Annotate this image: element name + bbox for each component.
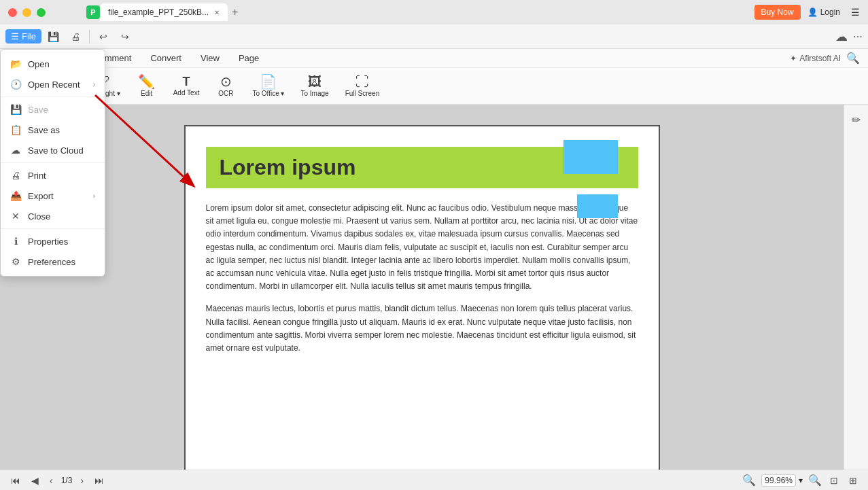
ai-icon: ✦ (790, 54, 797, 63)
ribbon: Home Edit Comment Convert View Page ✦ Af… (0, 49, 868, 105)
open-label: Open (28, 59, 50, 69)
preferences-label: Preferences (28, 257, 75, 267)
hamburger-menu-icon[interactable]: ☰ (851, 7, 860, 18)
save-as-label: Save as (28, 125, 60, 135)
add-text-tool[interactable]: T Add Text (167, 73, 207, 99)
new-tab-button[interactable]: + (232, 6, 238, 18)
full-screen-icon: ⛶ (355, 75, 369, 88)
buy-now-button[interactable]: Buy Now (754, 5, 801, 20)
save-to-cloud-icon: ☁ (10, 145, 21, 156)
to-image-label: To Image (301, 90, 329, 97)
user-icon: 👤 (808, 7, 818, 17)
ocr-icon: ⊙ (220, 75, 232, 88)
file-menu-button[interactable]: ☰ File (5, 29, 41, 43)
to-office-label: To Office ▾ (252, 90, 284, 97)
edit-icon: ✏️ (138, 75, 155, 88)
zoom-dropdown-icon[interactable]: ▾ (799, 476, 803, 485)
next-arrow-button[interactable]: › (77, 474, 86, 487)
save-to-cloud-label: Save to Cloud (28, 145, 84, 156)
open-icon: 📂 (10, 58, 21, 69)
undo-button[interactable]: ↩ (94, 27, 113, 46)
login-button[interactable]: 👤 Login (808, 7, 840, 17)
menu-item-open-recent[interactable]: 🕐 Open Recent › (1, 74, 105, 94)
zoom-in-button[interactable]: 🔍 (808, 474, 822, 487)
to-office-icon: 📄 (260, 75, 277, 88)
statusbar-right: 🔍 99.96% ▾ 🔍 ⊡ ⊞ (742, 474, 860, 487)
zoom-level[interactable]: 99.96% (761, 474, 796, 487)
document-body: Lorem ipsum dolor sit amet, consectetur … (206, 202, 638, 355)
panel-edit-icon[interactable]: ✏ (847, 110, 866, 129)
tab-close-button[interactable]: ✕ (214, 9, 220, 16)
ocr-label: OCR (218, 90, 233, 97)
properties-label: Properties (28, 237, 68, 247)
menu-item-save-to-cloud[interactable]: ☁ Save to Cloud (1, 140, 105, 160)
ocr-tool[interactable]: ⊙ OCR (209, 72, 243, 100)
first-page-button[interactable]: ⏮ (8, 474, 23, 487)
ai-button[interactable]: ✦ Afirstsoft AI (790, 54, 841, 63)
tab-bar: P file_example_PPT_250kB... ✕ + (86, 0, 238, 24)
export-icon: 📤 (10, 190, 21, 201)
menu-item-properties[interactable]: ℹ Properties (1, 231, 105, 251)
blue-rect-bottom (577, 194, 618, 218)
menu-item-preferences[interactable]: ⚙ Preferences (1, 251, 105, 272)
toolbar: ☰ File 💾 🖨 ↩ ↪ ☁ ⋯ (0, 24, 868, 49)
menu-separator-2 (1, 162, 105, 163)
titlebar-right: Buy Now 👤 Login ☰ (754, 5, 860, 20)
search-button[interactable]: 🔍 (846, 52, 860, 65)
edit-tool[interactable]: ✏️ Edit (130, 72, 164, 100)
close-icon: ✕ (10, 211, 21, 222)
export-label: Export (28, 191, 54, 201)
tab-page[interactable]: Page (230, 52, 267, 65)
prev-page-button[interactable]: ◀ (29, 474, 41, 487)
redo-button[interactable]: ↪ (116, 27, 135, 46)
document-area[interactable]: Lorem ipsum Lorem ipsum dolor sit amet, … (0, 105, 844, 470)
fit-width-button[interactable]: ⊞ (846, 474, 860, 487)
menu-item-print[interactable]: 🖨 Print (1, 165, 105, 186)
full-screen-label: Full Screen (345, 90, 380, 97)
ribbon-right: ✦ Afirstsoft AI 🔍 (790, 52, 860, 65)
document-tab[interactable]: file_example_PPT_250kB... ✕ (100, 3, 228, 21)
tab-convert[interactable]: Convert (142, 52, 190, 65)
ribbon-tab-bar: Home Edit Comment Convert View Page ✦ Af… (0, 49, 868, 68)
open-recent-label: Open Recent (28, 80, 80, 90)
zoom-out-button[interactable]: 🔍 (742, 474, 756, 487)
cloud-save-button[interactable]: ☁ (835, 29, 848, 44)
page-info: 1/3 (61, 476, 73, 485)
save-button[interactable]: 💾 (44, 27, 63, 46)
full-screen-tool[interactable]: ⛶ Full Screen (338, 72, 387, 100)
menu-item-save-as[interactable]: 📋 Save as (1, 120, 105, 140)
right-panel: ✏ (844, 105, 868, 470)
menu-item-close[interactable]: ✕ Close (1, 206, 105, 226)
print-button[interactable]: 🖨 (66, 27, 85, 46)
blue-rect-top (563, 140, 618, 174)
file-menu-label: File (22, 31, 36, 41)
close-window-button[interactable] (8, 8, 17, 17)
document-title: Lorem ipsum (220, 155, 356, 179)
maximize-window-button[interactable] (37, 8, 46, 17)
toolbar-right: ☁ ⋯ (835, 29, 863, 44)
document-page: Lorem ipsum Lorem ipsum dolor sit amet, … (184, 125, 660, 470)
menu-item-open[interactable]: 📂 Open (1, 54, 105, 74)
zoom-controls: 99.96% ▾ (761, 474, 803, 487)
ribbon-actions: ✋ Hand ↖ Select 🖊 Highlight ▾ ✏️ Edit T … (0, 68, 868, 104)
close-label: Close (28, 211, 50, 222)
export-arrow: › (93, 192, 95, 200)
save-icon: 💾 (10, 104, 21, 115)
last-page-button[interactable]: ⏭ (92, 474, 107, 487)
tab-view[interactable]: View (192, 52, 228, 65)
print-icon: 🖨 (10, 170, 21, 181)
ai-label: Afirstsoft AI (799, 54, 841, 63)
prev-arrow-button[interactable]: ‹ (47, 474, 56, 487)
hamburger-icon: ☰ (11, 31, 19, 41)
to-image-tool[interactable]: 🖼 To Image (294, 72, 336, 100)
fit-page-button[interactable]: ⊡ (827, 474, 841, 487)
body-paragraph-2: Maecenas mauris lectus, lobortis et puru… (206, 302, 638, 355)
statusbar: ⏮ ◀ ‹ 1/3 › ⏭ 🔍 99.96% ▾ 🔍 ⊡ ⊞ (0, 470, 868, 490)
main-area: Lorem ipsum Lorem ipsum dolor sit amet, … (0, 105, 868, 470)
menu-separator-1 (1, 97, 105, 97)
menu-item-export[interactable]: 📤 Export › (1, 186, 105, 206)
minimize-window-button[interactable] (22, 8, 31, 17)
add-text-icon: T (183, 75, 190, 88)
to-office-tool[interactable]: 📄 To Office ▾ (245, 72, 291, 100)
more-options-button[interactable]: ⋯ (853, 31, 863, 42)
